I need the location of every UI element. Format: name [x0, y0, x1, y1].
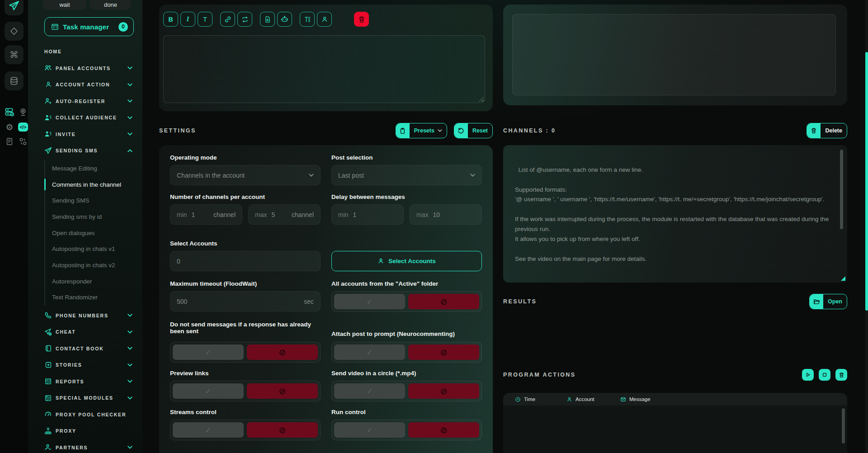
link-button[interactable]	[220, 12, 235, 27]
sidebar-item-special-modules[interactable]: SPECIAL MODULES	[28, 390, 142, 406]
submenu-item-sending-sms[interactable]: Sending SMS	[45, 193, 142, 209]
timeout-input[interactable]: 500 sec	[170, 291, 321, 311]
sidebar-item-collect-audience[interactable]: COLLECT AUDIENCE	[28, 109, 142, 126]
check-icon: ✓	[205, 426, 211, 434]
operating-mode-select[interactable]: Channels in the account	[170, 165, 321, 185]
submenu-item-autoposting-v1[interactable]: Autoposting in chats v1	[45, 241, 142, 257]
sidebar-item-proxy[interactable]: PROXY	[28, 423, 142, 439]
database-icon[interactable]	[5, 71, 24, 90]
toggle-no-segment[interactable]: ⊘	[247, 422, 318, 438]
webcam-icon[interactable]	[18, 107, 28, 117]
play-button[interactable]	[802, 369, 814, 381]
delay-max-input[interactable]: max 10	[410, 204, 482, 225]
submenu-item-autoresponder[interactable]: Autoresponder	[45, 273, 142, 289]
text-button[interactable]: T	[198, 12, 212, 27]
channels-min-input[interactable]: min 1 channel	[170, 204, 242, 225]
stop-button[interactable]	[819, 369, 830, 381]
column-account[interactable]: Account	[566, 396, 620, 402]
robot-button[interactable]	[277, 12, 292, 27]
submenu-item-sending-sms-by-id[interactable]: Sending sms by id	[45, 209, 142, 225]
toggle-no-segment[interactable]: ⊘	[408, 383, 479, 399]
toggle-yes-segment[interactable]: ✓	[173, 344, 244, 360]
message-textarea[interactable]	[163, 35, 485, 103]
sidebar-item-home[interactable]: HOME	[28, 43, 142, 60]
chevron-down-icon	[127, 314, 132, 317]
repeat-button[interactable]	[237, 12, 252, 27]
sidebar-item-stories[interactable]: STORIES	[28, 357, 142, 373]
select-accounts-button[interactable]: Select Accounts	[331, 251, 482, 271]
command-key-icon[interactable]: ⌘	[5, 45, 24, 64]
table-scrollbar[interactable]	[842, 408, 845, 444]
italic-button[interactable]: I	[180, 12, 195, 27]
reset-button[interactable]: Reset	[454, 123, 493, 138]
done-button[interactable]: done	[90, 0, 131, 10]
settings-gear-icon[interactable]: ⚙	[5, 122, 14, 132]
send-icon[interactable]	[5, 0, 24, 15]
toggle-no-segment[interactable]: ⊘	[408, 294, 479, 309]
sidebar-item-proxy-pool-checker[interactable]: PROXY POOL CHECKER	[28, 406, 142, 423]
post-selection-select[interactable]: Last post	[331, 165, 482, 185]
server-check-icon[interactable]	[5, 107, 14, 117]
diamond-icon[interactable]	[5, 22, 24, 41]
toggle-yes-segment[interactable]: ✓	[334, 383, 405, 399]
sidebar-item-partners[interactable]: PARTNERS	[28, 439, 142, 453]
channels-textarea[interactable]: List of @username, each one form a new l…	[503, 145, 847, 283]
streams-control-toggle[interactable]: ✓ ⊘	[170, 420, 321, 440]
open-results-button[interactable]: Open	[809, 294, 847, 309]
code-window-icon[interactable]: </>	[18, 122, 28, 132]
run-control-toggle[interactable]: ✓ ⊘	[331, 420, 482, 440]
wait-button[interactable]: wait	[43, 0, 86, 10]
toggle-yes-segment[interactable]: ✓	[334, 422, 405, 438]
neurocommenting-toggle[interactable]: ✓ ⊘	[331, 342, 482, 363]
resize-handle-icon[interactable]	[841, 276, 845, 281]
channels-max-input[interactable]: max 5 channel	[248, 204, 321, 225]
sidebar-item-panel-accounts[interactable]: PANEL ACCOUNTS	[28, 60, 142, 77]
toggle-yes-segment[interactable]: ✓	[173, 383, 244, 399]
sidebar-item-reports[interactable]: REPORTS	[28, 373, 142, 390]
task-manager-button[interactable]: Task manager 0	[44, 17, 134, 36]
delete-channels-button[interactable]: Delete	[807, 123, 847, 138]
toggle-no-segment[interactable]: ⊘	[247, 344, 318, 360]
submenu-item-autoposting-v2[interactable]: Autoposting in chats v2	[45, 257, 142, 274]
toggle-yes-segment[interactable]: ✓	[173, 422, 244, 438]
submenu-item-comments-in-the-channel[interactable]: Comments in the channel	[45, 176, 142, 193]
page-scrollbar[interactable]	[865, 0, 868, 453]
submenu-item-open-dialogues[interactable]: Open dialogues	[45, 225, 142, 241]
sidebar-item-phone-numbers[interactable]: PHONE NUMBERS	[28, 307, 142, 324]
sidebar-item-invite[interactable]: INVITE	[28, 126, 142, 143]
sidebar-item-contact-book[interactable]: CONTACT BOOK	[28, 340, 142, 357]
resize-grip-icon[interactable]	[479, 97, 484, 102]
column-time[interactable]: Time	[515, 396, 566, 402]
sidebar-item-sending-sms[interactable]: SENDING SMS	[28, 142, 142, 159]
delete-message-button[interactable]	[354, 12, 369, 27]
sidebar-item-label: STORIES	[56, 362, 82, 368]
preview-textarea[interactable]	[512, 14, 836, 95]
presets-button[interactable]: Presets	[396, 123, 447, 138]
submenu-item-text-randomizer[interactable]: Text Randomizer	[45, 289, 142, 306]
submenu-item-message-editing[interactable]: Message Editing	[45, 160, 142, 177]
toggle-yes-segment[interactable]: ✓	[334, 294, 405, 309]
toggle-no-segment[interactable]: ⊘	[247, 383, 318, 399]
bold-button[interactable]: B	[163, 12, 178, 27]
column-message[interactable]: Message	[620, 396, 847, 402]
preview-links-toggle[interactable]: ✓ ⊘	[170, 381, 321, 401]
person-button[interactable]	[317, 12, 332, 27]
toggle-no-segment[interactable]: ⊘	[408, 344, 479, 360]
layout-swap-icon[interactable]	[18, 137, 28, 146]
sidebar-item-account-action[interactable]: ACCOUNT ACTION	[28, 76, 142, 93]
active-folder-toggle[interactable]: ✓ ⊘	[331, 291, 482, 312]
video-circle-toggle[interactable]: ✓ ⊘	[331, 381, 482, 401]
delay-min-input[interactable]: min 1	[331, 204, 404, 225]
file-download-button[interactable]	[260, 12, 275, 27]
accounts-count-input[interactable]: 0	[170, 251, 321, 271]
sidebar-item-auto-register[interactable]: AUTO-REGISTER	[28, 93, 142, 110]
channels-scrollbar[interactable]	[840, 150, 843, 229]
template-button[interactable]	[300, 12, 315, 27]
page-scrollbar-thumb[interactable]	[865, 52, 868, 311]
no-resend-toggle[interactable]: ✓ ⊘	[170, 342, 321, 363]
clear-actions-button[interactable]	[835, 369, 847, 381]
toggle-yes-segment[interactable]: ✓	[334, 344, 405, 360]
notes-icon[interactable]	[5, 137, 14, 146]
sidebar-item-cheat[interactable]: CHEAT	[28, 324, 142, 340]
toggle-no-segment[interactable]: ⊘	[408, 422, 479, 438]
